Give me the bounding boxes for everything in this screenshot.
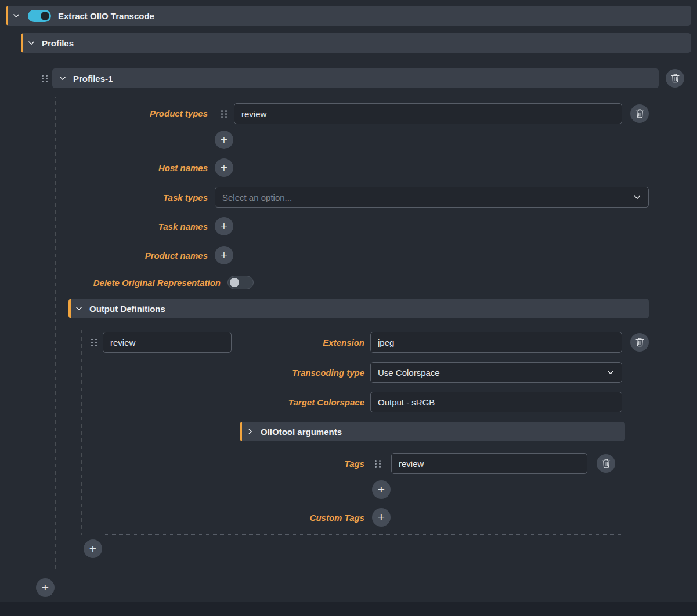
product-types-label: Product types — [58, 103, 215, 124]
product-types-input[interactable] — [234, 103, 622, 124]
remove-tag-button[interactable] — [597, 454, 615, 473]
remove-output-definition-button[interactable] — [630, 333, 649, 352]
profiles-list: Profiles-1 Product types — [36, 68, 691, 597]
dotted-separator — [103, 534, 622, 535]
chevron-right-icon — [240, 427, 261, 436]
tags-label: Tags — [232, 459, 370, 469]
toggle-knob — [41, 12, 49, 20]
profile-item-body: Product types — [36, 103, 691, 558]
tree-guide-line — [81, 328, 82, 535]
add-product-name-button[interactable] — [215, 246, 233, 264]
field-row-delete-original-representation: Delete Original Representation — [71, 276, 649, 289]
transcoding-type-value: Use Colorspace — [378, 368, 440, 378]
modified-indicator-bar — [68, 299, 71, 318]
field-row-tags: Tags — [91, 453, 649, 474]
task-types-placeholder: Select an option... — [222, 193, 292, 202]
output-definition-item: Extension Transcoding type Use Colorsp — [68, 332, 649, 558]
plugin-title: Extract OIIO Transcode — [58, 11, 154, 21]
field-row-transcoding-type: Transcoding type Use Colorspace — [91, 362, 649, 383]
field-row-target-colorspace: Target Colorspace — [91, 392, 649, 412]
chevron-down-icon — [606, 368, 615, 376]
field-row-name-extension: Extension — [91, 332, 649, 353]
tags-input[interactable] — [391, 453, 587, 474]
chevron-down-icon — [52, 74, 73, 82]
task-names-label: Task names — [58, 222, 215, 231]
field-row-product-names: Product names — [58, 246, 649, 264]
field-row-host-names: Host names — [58, 158, 649, 177]
host-names-label: Host names — [58, 163, 215, 173]
custom-tags-label: Custom Tags — [232, 513, 370, 523]
oiiotool-arguments-header[interactable]: OIIOtool arguments — [240, 422, 625, 441]
output-name-input[interactable] — [103, 332, 232, 353]
plugin-enabled-toggle[interactable] — [28, 10, 51, 22]
toggle-knob — [230, 278, 239, 287]
chevron-down-icon — [21, 39, 42, 47]
drag-handle[interactable] — [375, 460, 381, 468]
task-types-dropdown[interactable]: Select an option... — [215, 187, 649, 208]
profile-item-header[interactable]: Profiles-1 — [52, 68, 659, 88]
oiiotool-arguments-title: OIIOtool arguments — [261, 427, 342, 437]
delete-original-representation-label: Delete Original Representation — [71, 278, 227, 288]
task-types-label: Task types — [58, 193, 215, 202]
modified-indicator-bar — [6, 6, 8, 26]
remove-product-type-button[interactable] — [630, 104, 649, 123]
product-types-entry — [215, 103, 649, 124]
add-profile-button[interactable] — [36, 578, 55, 597]
add-custom-tag-button[interactable] — [372, 508, 391, 527]
output-definitions-title: Output Definitions — [89, 304, 165, 314]
field-row-task-types: Task types Select an option... — [58, 187, 649, 208]
chevron-down-icon — [6, 12, 27, 20]
add-tag-row — [91, 480, 649, 499]
extension-input[interactable] — [370, 332, 622, 353]
transcoding-type-dropdown[interactable]: Use Colorspace — [370, 362, 622, 383]
panel-bottom-edge — [0, 602, 697, 616]
modified-indicator-bar — [21, 33, 23, 53]
trash-icon — [671, 74, 680, 83]
output-definitions-section: Output Definitions Extension — [68, 299, 649, 558]
add-tag-button[interactable] — [372, 480, 391, 499]
trash-icon — [602, 459, 611, 468]
field-row-custom-tags: Custom Tags — [91, 508, 649, 527]
profiles-header[interactable]: Profiles — [21, 33, 691, 53]
drag-handle[interactable] — [42, 75, 48, 82]
profiles-title: Profiles — [42, 38, 74, 48]
add-output-definition-button[interactable] — [84, 539, 102, 558]
trash-icon — [635, 338, 644, 347]
field-row-product-types: Product types — [58, 103, 649, 124]
field-row-task-names: Task names — [58, 217, 649, 235]
profile-item-header-row: Profiles-1 — [36, 68, 691, 88]
chevron-down-icon — [68, 305, 89, 313]
plugin-header[interactable]: Extract OIIO Transcode — [6, 6, 691, 26]
profiles-section: Profiles Profiles-1 — [21, 33, 691, 597]
add-host-name-button[interactable] — [215, 158, 233, 177]
output-definitions-header[interactable]: Output Definitions — [68, 299, 649, 318]
target-colorspace-input[interactable] — [370, 392, 622, 412]
profile-item-title: Profiles-1 — [73, 74, 113, 84]
extension-label: Extension — [232, 338, 370, 347]
add-product-type-button[interactable] — [215, 131, 233, 149]
settings-page: Extract OIIO Transcode Profiles — [0, 0, 697, 616]
modified-indicator-bar — [240, 422, 242, 441]
trash-icon — [635, 109, 644, 118]
add-task-name-button[interactable] — [215, 217, 233, 235]
product-names-label: Product names — [58, 251, 215, 260]
target-colorspace-label: Target Colorspace — [232, 397, 370, 407]
transcoding-type-label: Transcoding type — [232, 368, 370, 378]
drag-handle[interactable] — [221, 110, 227, 118]
add-product-type-row — [58, 131, 649, 149]
remove-profile-button[interactable] — [666, 69, 684, 88]
chevron-down-icon — [633, 193, 641, 201]
drag-handle[interactable] — [91, 339, 97, 346]
delete-original-representation-toggle[interactable] — [227, 276, 254, 289]
